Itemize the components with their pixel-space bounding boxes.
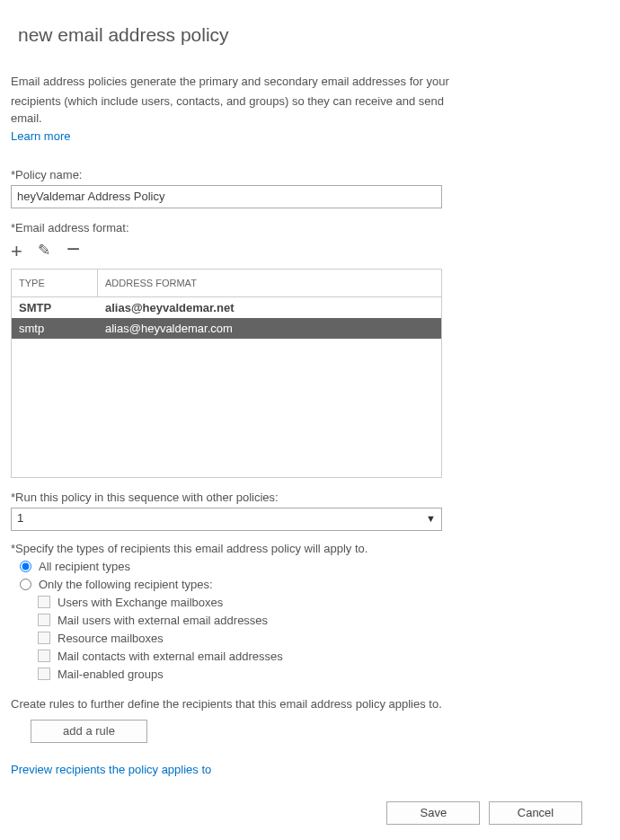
radio-all-recipients[interactable]: [20, 561, 31, 572]
checkbox-resource-mailboxes[interactable]: [38, 632, 50, 644]
checkbox-label: Mail-enabled groups: [58, 668, 164, 681]
checkbox-mail-contacts-external[interactable]: [38, 650, 50, 662]
description-line-2: recipients (which include users, contact…: [11, 93, 469, 128]
checkbox-mail-users-external[interactable]: [38, 614, 50, 626]
page-title: new email address policy: [18, 24, 609, 46]
sequence-dropdown[interactable]: 1 ▼: [11, 508, 442, 531]
chevron-down-icon: ▼: [426, 513, 436, 524]
add-icon[interactable]: +: [11, 242, 22, 261]
checkbox-exchange-mailboxes[interactable]: [38, 596, 50, 608]
sequence-value: 1: [17, 511, 23, 525]
cancel-button[interactable]: Cancel: [489, 801, 582, 825]
checkbox-label: Resource mailboxes: [58, 632, 164, 645]
rules-description: Create rules to further define the recip…: [11, 697, 609, 711]
col-header-format: ADDRESS FORMAT: [98, 270, 441, 296]
checkbox-label: Users with Exchange mailboxes: [58, 596, 223, 609]
table-row[interactable]: smtp alias@heyvaldemar.com: [12, 318, 441, 339]
policy-name-label: *Policy name:: [11, 168, 609, 181]
checkbox-label: Mail contacts with external email addres…: [58, 650, 283, 663]
format-grid: TYPE ADDRESS FORMAT SMTP alias@heyvaldem…: [11, 269, 442, 478]
cell-format: alias@heyvaldemar.com: [98, 318, 441, 339]
grid-body[interactable]: SMTP alias@heyvaldemar.net smtp alias@he…: [12, 297, 441, 477]
checkbox-mail-enabled-groups[interactable]: [38, 668, 50, 680]
save-button[interactable]: Save: [386, 801, 480, 825]
checkbox-label: Mail users with external email addresses: [58, 614, 268, 627]
add-rule-button[interactable]: add a rule: [31, 720, 147, 743]
recipient-radio-group: All recipient types Only the following r…: [11, 560, 609, 681]
radio-only-following[interactable]: [20, 579, 31, 590]
format-toolbar: + ✎ −: [11, 240, 609, 263]
col-header-type: TYPE: [12, 270, 98, 296]
cell-type: SMTP: [12, 297, 98, 318]
grid-header: TYPE ADDRESS FORMAT: [12, 270, 441, 297]
email-format-label: *Email address format:: [11, 221, 609, 234]
sequence-label: *Run this policy in this sequence with o…: [11, 491, 609, 504]
recipient-types-label: *Specify the types of recipients this em…: [11, 542, 609, 555]
radio-only-label: Only the following recipient types:: [39, 578, 213, 591]
preview-recipients-link[interactable]: Preview recipients the policy applies to: [11, 763, 211, 776]
table-row[interactable]: SMTP alias@heyvaldemar.net: [12, 297, 441, 318]
learn-more-link[interactable]: Learn more: [11, 129, 70, 143]
cell-format: alias@heyvaldemar.net: [98, 297, 441, 318]
edit-icon[interactable]: ✎: [38, 243, 50, 258]
footer: Save Cancel: [11, 801, 609, 825]
cell-type: smtp: [12, 318, 98, 339]
policy-name-input[interactable]: [11, 185, 442, 208]
remove-icon[interactable]: −: [66, 237, 80, 261]
radio-all-label: All recipient types: [39, 560, 130, 573]
description-line-1: Email address policies generate the prim…: [11, 73, 469, 91]
